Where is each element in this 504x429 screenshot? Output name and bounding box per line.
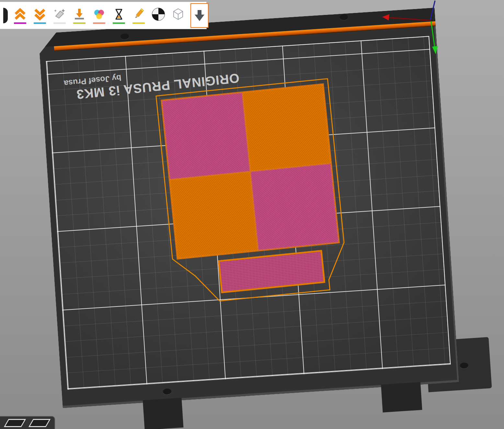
toolbar-double-chevron-up[interactable]	[13, 7, 28, 24]
bed-view-toggle-2[interactable]	[29, 419, 51, 427]
bed-view-toggle-1[interactable]	[4, 419, 26, 427]
place-arrow-icon	[72, 7, 86, 21]
slicer-3d-viewport[interactable]: ORIGINAL PRUSA i3 MK3 by Josef Prusa	[0, 0, 504, 429]
import-down-arrow-icon	[192, 8, 207, 23]
checker-tile-pink-1[interactable]	[162, 92, 250, 180]
double-chevron-down-icon	[33, 7, 47, 21]
toolbar-checkered-sphere[interactable]	[151, 7, 166, 24]
checkerboard-object[interactable]	[162, 84, 339, 259]
y-axis-arrowhead	[432, 46, 438, 54]
hourglass-icon	[112, 7, 126, 21]
print-bed: ORIGINAL PRUSA i3 MK3 by Josef Prusa	[38, 8, 459, 408]
toolbar-hourglass[interactable]	[111, 7, 126, 24]
axes-gizmo	[382, 0, 440, 56]
y-axis	[431, 21, 435, 47]
sparkle-eraser-icon	[52, 7, 67, 21]
wireframe-cube-icon	[171, 7, 185, 21]
toolbar	[0, 2, 207, 29]
screw-hole	[163, 388, 172, 395]
z-axis	[430, 1, 435, 21]
toolbar-import-down-arrow[interactable]	[190, 3, 209, 28]
bed-plate: ORIGINAL PRUSA i3 MK3 by Josef Prusa	[38, 8, 459, 408]
bed-foot	[381, 382, 422, 412]
toolbar-place-arrow[interactable]	[72, 7, 87, 24]
pencil-icon	[132, 7, 146, 21]
double-chevron-up-icon	[13, 7, 27, 21]
checker-tile-orange-2[interactable]	[170, 171, 258, 259]
toolbar-pencil[interactable]	[131, 7, 146, 24]
screw-hole	[460, 362, 468, 369]
view-toggle-panel	[0, 416, 55, 429]
toolbar-double-chevron-down[interactable]	[32, 7, 47, 24]
checker-tile-orange-1[interactable]	[242, 84, 331, 171]
printed-objects[interactable]	[155, 76, 351, 313]
checker-tile-pink-2[interactable]	[250, 163, 339, 250]
checkered-sphere-icon	[151, 7, 166, 21]
toolbar-color-palette[interactable]	[92, 7, 107, 24]
bed-foot	[143, 398, 184, 429]
x-axis	[387, 17, 431, 20]
partial-icon[interactable]	[3, 8, 8, 23]
color-palette-icon	[92, 7, 106, 21]
x-axis-arrowhead	[382, 14, 389, 20]
toolbar-sparkle-eraser[interactable]	[52, 7, 67, 24]
toolbar-wireframe-cube[interactable]	[171, 7, 186, 24]
